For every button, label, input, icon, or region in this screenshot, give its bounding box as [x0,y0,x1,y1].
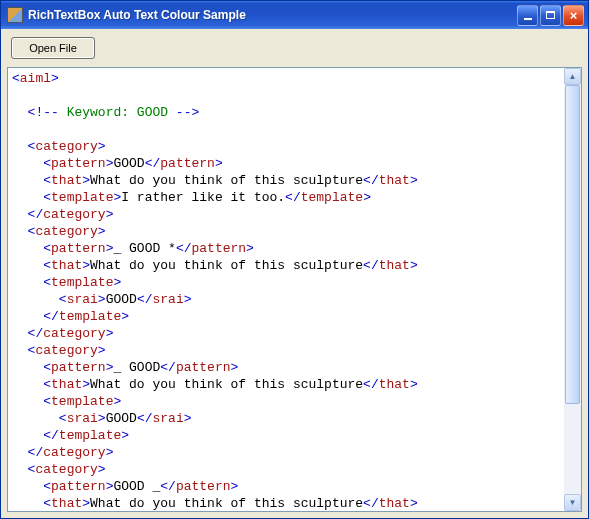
window-controls: × [517,5,584,26]
close-icon: × [570,9,578,22]
maximize-button[interactable] [540,5,561,26]
open-file-button[interactable]: Open File [11,37,95,59]
app-icon [7,7,23,23]
vertical-scrollbar[interactable]: ▲ ▼ [564,68,581,511]
minimize-button[interactable] [517,5,538,26]
toolbar: Open File [1,29,588,63]
scroll-track[interactable] [564,85,581,494]
maximize-icon [546,11,555,19]
scroll-down-button[interactable]: ▼ [564,494,581,511]
window-title: RichTextBox Auto Text Colour Sample [28,8,517,22]
minimize-icon [524,18,532,20]
scroll-thumb[interactable] [565,85,580,404]
richtextbox-container: <aiml> <!-- Keyword: GOOD --> <category>… [7,67,582,512]
titlebar[interactable]: RichTextBox Auto Text Colour Sample × [1,1,588,29]
richtextbox[interactable]: <aiml> <!-- Keyword: GOOD --> <category>… [8,68,564,511]
app-window: RichTextBox Auto Text Colour Sample × Op… [0,0,589,519]
close-button[interactable]: × [563,5,584,26]
chevron-down-icon: ▼ [569,498,577,507]
scroll-up-button[interactable]: ▲ [564,68,581,85]
chevron-up-icon: ▲ [569,72,577,81]
